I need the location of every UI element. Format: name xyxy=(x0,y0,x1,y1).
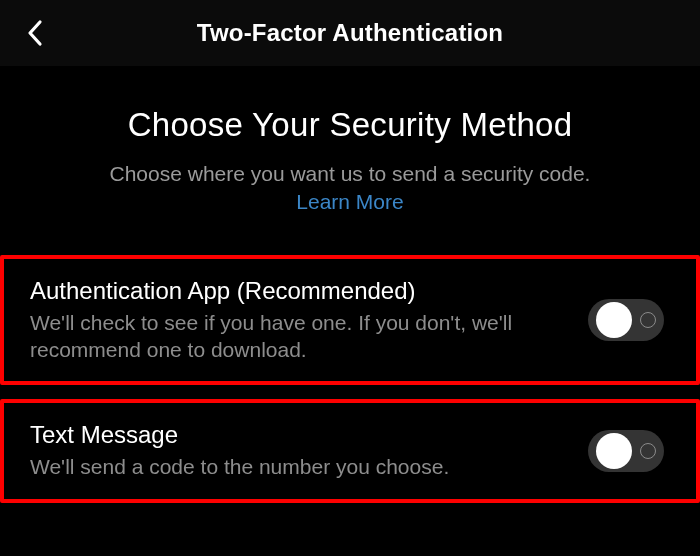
option-title: Authentication App (Recommended) xyxy=(30,277,530,305)
learn-more-link[interactable]: Learn More xyxy=(296,190,403,213)
toggle-ring-icon xyxy=(640,443,656,459)
hero: Choose Your Security Method Choose where… xyxy=(0,66,700,237)
toggle-ring-icon xyxy=(640,312,656,328)
chevron-left-icon xyxy=(26,19,44,47)
hero-subtext: Choose where you want us to send a secur… xyxy=(30,160,670,217)
option-title: Text Message xyxy=(30,421,530,449)
toggle-knob-icon xyxy=(596,302,632,338)
hero-heading: Choose Your Security Method xyxy=(30,106,670,144)
page-title: Two-Factor Authentication xyxy=(20,19,680,47)
option-auth-app[interactable]: Authentication App (Recommended) We'll c… xyxy=(0,255,700,386)
option-text-message[interactable]: Text Message We'll send a code to the nu… xyxy=(0,399,700,502)
navbar: Two-Factor Authentication xyxy=(0,0,700,66)
option-description: We'll send a code to the number you choo… xyxy=(30,453,530,480)
toggle-text-message[interactable] xyxy=(588,430,664,472)
toggle-auth-app[interactable] xyxy=(588,299,664,341)
option-description: We'll check to see if you have one. If y… xyxy=(30,309,530,364)
options-list: Authentication App (Recommended) We'll c… xyxy=(0,237,700,503)
toggle-knob-icon xyxy=(596,433,632,469)
back-button[interactable] xyxy=(22,20,48,46)
